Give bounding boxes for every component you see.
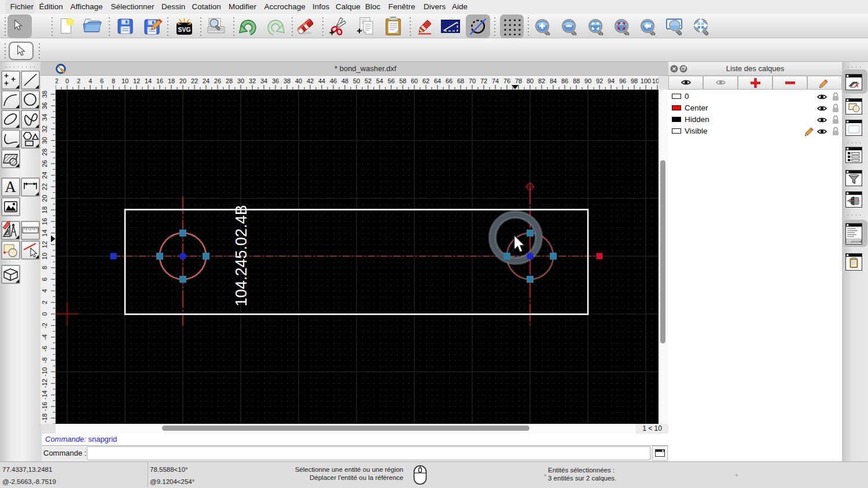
svg-text:2: 2 — [77, 77, 80, 84]
svg-text:-4: -4 — [41, 334, 48, 340]
svg-text:20: 20 — [41, 195, 48, 202]
svg-text:6: 6 — [100, 77, 104, 84]
svg-text:4: 4 — [89, 77, 92, 84]
svg-text:82: 82 — [538, 77, 545, 84]
svg-text:56: 56 — [388, 77, 395, 84]
svg-text:SVG: SVG — [178, 26, 190, 33]
svg-text:44: 44 — [318, 77, 325, 84]
svg-text:38: 38 — [41, 91, 48, 98]
svg-text:8: 8 — [41, 266, 48, 269]
svg-text:76: 76 — [503, 77, 510, 84]
svg-text:26: 26 — [214, 77, 221, 84]
svg-text:4: 4 — [41, 289, 48, 293]
svg-text:-2: -2 — [56, 77, 58, 84]
svg-text:62: 62 — [422, 77, 429, 84]
svg-text:6: 6 — [41, 278, 48, 281]
svg-text:16: 16 — [156, 77, 163, 84]
svg-text:104.245.02.4B: 104.245.02.4B — [233, 205, 250, 306]
svg-text:48: 48 — [341, 77, 348, 84]
svg-text:12: 12 — [41, 241, 48, 248]
svg-text:-18: -18 — [41, 413, 48, 423]
svg-text:18: 18 — [41, 206, 48, 213]
svg-text:74: 74 — [492, 77, 499, 84]
svg-text:54: 54 — [376, 77, 383, 84]
svg-text:14: 14 — [145, 77, 152, 84]
svg-text:50: 50 — [353, 77, 360, 84]
svg-text:18: 18 — [168, 77, 175, 84]
svg-text:100: 100 — [641, 77, 651, 84]
svg-text:A: A — [854, 83, 859, 88]
svg-text:58: 58 — [399, 77, 406, 84]
svg-text:30: 30 — [237, 77, 244, 84]
svg-text:36: 36 — [41, 102, 48, 109]
svg-text:32: 32 — [249, 77, 256, 84]
svg-text:26: 26 — [41, 160, 48, 167]
svg-text:80: 80 — [527, 77, 534, 84]
svg-text:36: 36 — [272, 77, 279, 84]
svg-text:28: 28 — [226, 77, 233, 84]
svg-text:70: 70 — [469, 77, 476, 84]
svg-text:32: 32 — [41, 125, 48, 132]
svg-text:22: 22 — [191, 77, 198, 84]
svg-text:92: 92 — [596, 77, 603, 84]
svg-text:14: 14 — [41, 230, 48, 236]
svg-text:-8: -8 — [41, 357, 48, 363]
svg-text:52: 52 — [365, 77, 372, 84]
svg-text:< command: < command — [848, 239, 862, 243]
svg-text:66: 66 — [446, 77, 453, 84]
svg-text:20: 20 — [179, 77, 186, 84]
svg-text:88: 88 — [573, 77, 580, 84]
svg-text:102: 102 — [652, 77, 659, 84]
svg-text:-16: -16 — [41, 402, 48, 411]
svg-text:78: 78 — [515, 77, 522, 84]
svg-text:24: 24 — [41, 172, 48, 179]
svg-text:30: 30 — [41, 137, 48, 144]
svg-text:A: A — [5, 178, 16, 195]
svg-text:46: 46 — [330, 77, 337, 84]
svg-text:16: 16 — [41, 218, 48, 225]
svg-text:90: 90 — [584, 77, 591, 84]
svg-text:-14: -14 — [41, 390, 48, 400]
svg-text:84: 84 — [550, 77, 557, 84]
svg-text:-6: -6 — [41, 346, 48, 352]
svg-text:8: 8 — [112, 77, 115, 84]
svg-text:22: 22 — [41, 183, 48, 190]
svg-text:0: 0 — [65, 77, 69, 84]
svg-text:10: 10 — [122, 77, 128, 84]
svg-text:96: 96 — [619, 77, 626, 84]
svg-text:72: 72 — [480, 77, 487, 84]
svg-text:98: 98 — [631, 77, 638, 84]
svg-text:64: 64 — [434, 77, 441, 84]
svg-text:42: 42 — [307, 77, 314, 84]
svg-text:60: 60 — [411, 77, 418, 84]
svg-text:38: 38 — [284, 77, 290, 84]
svg-text:24: 24 — [203, 77, 209, 84]
svg-text:-2: -2 — [41, 323, 48, 328]
svg-text:94: 94 — [608, 77, 615, 84]
svg-text:12: 12 — [133, 77, 140, 84]
svg-text:-10: -10 — [41, 367, 48, 376]
svg-text:34: 34 — [260, 77, 267, 84]
svg-text:0: 0 — [41, 312, 48, 316]
svg-text:2: 2 — [41, 301, 48, 304]
svg-text:-12: -12 — [41, 379, 48, 388]
svg-text:68: 68 — [457, 77, 464, 84]
svg-text:86: 86 — [561, 77, 568, 84]
svg-text:10: 10 — [41, 253, 48, 260]
svg-text:28: 28 — [41, 149, 48, 156]
svg-text:34: 34 — [41, 114, 48, 121]
svg-text:40: 40 — [295, 77, 302, 84]
